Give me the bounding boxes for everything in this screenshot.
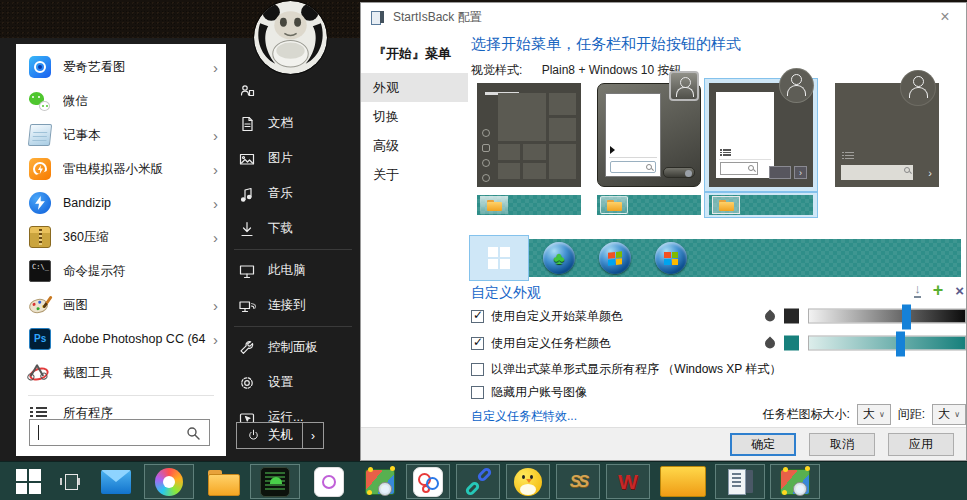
app-item-paint[interactable]: 画图 › — [16, 288, 226, 322]
app-label: 爱奇艺看图 — [63, 59, 209, 76]
orange-window-icon — [660, 466, 706, 497]
place-pictures[interactable]: 图片 — [226, 141, 360, 176]
slider-handle[interactable] — [896, 332, 905, 357]
import-style-icon[interactable]: ↓ — [914, 282, 921, 298]
preview-user-picture — [780, 69, 813, 102]
option-custom-taskbar-color[interactable]: 使用自定义任务栏颜色 — [471, 332, 967, 354]
option-hide-user-picture[interactable]: 隐藏用户账号图像 — [471, 381, 967, 403]
place-downloads[interactable]: 下载 — [226, 211, 360, 246]
startmenu-color-slider[interactable] — [808, 309, 966, 324]
taskbar-item-orange-window[interactable] — [656, 464, 710, 499]
taskbar-icon-size-select[interactable]: 大 ∨ — [857, 404, 891, 425]
app-item-bandizip[interactable]: Bandizip › — [16, 186, 226, 220]
taskbar-item-photo-viewer-2[interactable] — [770, 464, 820, 499]
ok-button[interactable]: 确定 — [730, 433, 796, 456]
start-button-option-clover-orb[interactable]: ♣ — [543, 242, 575, 274]
folder-icon — [719, 200, 734, 211]
submenu-arrow-icon: › — [209, 162, 218, 177]
start-search-input[interactable] — [29, 419, 210, 446]
add-style-icon[interactable]: + — [933, 281, 944, 299]
taskbar-item-gold-app[interactable] — [556, 464, 600, 499]
cancel-button[interactable]: 取消 — [809, 433, 875, 456]
app-label: 微信 — [63, 93, 209, 110]
place-label: 控制面板 — [268, 339, 318, 356]
place-music[interactable]: 音乐 — [226, 176, 360, 211]
color-droplet-icon[interactable] — [763, 336, 777, 350]
app-item-snipping-tool[interactable]: 截图工具 › — [16, 356, 226, 390]
color-droplet-icon[interactable] — [763, 309, 777, 323]
taskbar-item-browser[interactable] — [144, 464, 194, 499]
app-item-ld-emulator[interactable]: 雷电模拟器小米版 › — [16, 152, 226, 186]
style-preview-plain10[interactable]: › — [831, 79, 943, 191]
user-avatar[interactable] — [254, 1, 327, 74]
taskbar-item-red-w-app[interactable] — [606, 464, 650, 499]
taskbar-color-slider[interactable] — [808, 336, 966, 351]
checkbox[interactable] — [471, 363, 484, 376]
remove-style-icon[interactable]: × — [955, 283, 964, 298]
nav-item-advanced[interactable]: 高级 — [361, 131, 468, 160]
style-preview-win7[interactable] — [593, 79, 705, 217]
checkbox[interactable] — [471, 310, 484, 323]
app-item-notepad[interactable]: 记事本 › — [16, 118, 226, 152]
ld-emulator-icon — [29, 158, 51, 180]
app-item-wechat[interactable]: 微信 › — [16, 84, 226, 118]
start-menu-app-list: 爱奇艺看图 › 微信 › 记事本 › 雷电模拟器小米版 › — [16, 44, 226, 456]
customize-appearance-heading: 自定义外观 — [471, 284, 541, 302]
customize-taskbar-fx-link[interactable]: 自定义任务栏特效... — [471, 408, 577, 425]
app-item-iqiyi[interactable]: 爱奇艺看图 › — [16, 50, 226, 84]
iqiyi-pic-icon — [29, 56, 51, 78]
place-this-pc[interactable]: 此电脑 — [226, 253, 360, 288]
paint-icon — [29, 294, 51, 316]
slider-handle[interactable] — [902, 305, 911, 330]
style-preview-plain8-selected[interactable]: › — [705, 79, 817, 217]
option-custom-startmenu-color[interactable]: 使用自定义开始菜单颜色 — [471, 305, 967, 327]
taskbar-item-photo-viewer[interactable] — [356, 464, 404, 499]
place-documents[interactable]: 文档 — [226, 106, 360, 141]
nav-item-switching[interactable]: 切换 — [361, 102, 468, 131]
checkbox[interactable] — [471, 337, 484, 350]
taskbar-item-ring-app[interactable] — [305, 464, 353, 499]
apply-button[interactable]: 应用 — [888, 433, 954, 456]
place-control-panel[interactable]: 控制面板 — [226, 330, 360, 365]
taskbar-item-link-app[interactable] — [456, 464, 500, 499]
nav-item-appearance[interactable]: 外观 — [361, 73, 468, 102]
startmenu-color-swatch[interactable] — [784, 309, 799, 324]
submenu-arrow-icon: › — [209, 128, 218, 143]
start-button[interactable] — [6, 464, 50, 499]
place-user-folder[interactable] — [226, 76, 360, 106]
taskbar-item-android-emulator[interactable] — [250, 464, 300, 499]
this-pc-icon — [238, 262, 256, 280]
place-connect-to[interactable]: 连接到 — [226, 288, 360, 323]
checkbox[interactable] — [471, 386, 484, 399]
taskbar-item-file-explorer[interactable] — [199, 464, 247, 499]
app-item-360zip[interactable]: 360压缩 › — [16, 220, 226, 254]
place-settings[interactable]: 设置 — [226, 365, 360, 400]
gold-ss-app-icon — [570, 472, 587, 492]
folder-icon — [487, 200, 502, 211]
start-button-option-win10-selected[interactable] — [469, 235, 529, 281]
taskbar-item-mail[interactable] — [92, 464, 140, 499]
app-label: 记事本 — [63, 127, 209, 144]
app-item-photoshop[interactable]: Adobe Photoshop CC (64 Bit) › — [16, 322, 226, 356]
start-button-option-win8-orb[interactable] — [655, 242, 687, 274]
app-item-cmd[interactable]: 命令提示符 › — [16, 254, 226, 288]
taskbar-color-swatch[interactable] — [784, 336, 799, 351]
taskbar-item-baidu-netdisk[interactable] — [406, 464, 450, 499]
taskbar-item-startisback[interactable] — [715, 464, 765, 499]
place-label: 此电脑 — [268, 262, 306, 279]
style-preview-win10[interactable] — [473, 79, 585, 217]
chevron-down-icon: ∨ — [954, 410, 960, 419]
nav-item-about[interactable]: 关于 — [361, 160, 468, 189]
shutdown-options-arrow-icon[interactable]: › — [303, 423, 323, 448]
window-close-button[interactable]: × — [934, 8, 956, 26]
shutdown-button[interactable]: 关机 › — [236, 422, 324, 449]
task-view-button[interactable] — [54, 464, 86, 499]
window-titlebar[interactable]: StartIsBack 配置 × — [361, 3, 966, 31]
option-xp-style-all-programs[interactable]: 以弹出式菜单形式显示所有程序 （Windows XP 样式） — [471, 358, 967, 380]
search-icon — [904, 167, 910, 173]
start-button-option-win7-orb[interactable] — [599, 242, 631, 274]
spacing-select[interactable]: 大 ∨ — [932, 404, 966, 425]
taskbar-item-chick-app[interactable] — [506, 464, 550, 499]
search-icon — [646, 164, 652, 170]
taskbar-icon-size-label: 任务栏图标大小: — [763, 406, 850, 423]
